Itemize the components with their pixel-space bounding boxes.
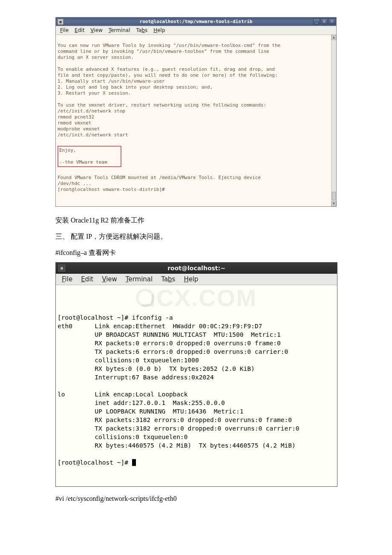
menu-file[interactable]: File xyxy=(58,27,71,34)
cursor-icon xyxy=(132,459,136,466)
terminal-text: [root@localhost ~]# ifconfig -a eth0 Lin… xyxy=(58,314,299,466)
menu-help[interactable]: Help xyxy=(180,275,202,284)
menu-edit[interactable]: Edit xyxy=(72,27,87,34)
terminal-window-vmware: ▣ root@localhost:/tmp/vmware-tools-distr… xyxy=(55,17,337,207)
minimize-button[interactable]: _ xyxy=(313,18,320,24)
terminal-output[interactable]: You can now run VMware Tools by invoking… xyxy=(56,35,336,206)
terminal-window-ifconfig: ▣ root@localhost:~ File Edit View Termin… xyxy=(55,262,337,487)
titlebar[interactable]: ▣ root@localhost:~ xyxy=(56,263,337,274)
doc-cmd-ifconfig: #ifconfig–a 查看网卡 xyxy=(55,248,337,258)
doc-heading-prep: 安装 Oracle11g R2 前准备工作 xyxy=(55,215,337,225)
menu-view[interactable]: View xyxy=(88,27,105,34)
window-title: root@localhost:~ xyxy=(56,265,337,272)
menu-terminal[interactable]: Terminal xyxy=(106,27,133,34)
menu-view[interactable]: View xyxy=(98,275,121,284)
menu-edit[interactable]: Edit xyxy=(78,275,97,284)
menu-tabs[interactable]: Tabs xyxy=(134,27,150,34)
scroll-thumb[interactable] xyxy=(332,192,336,200)
maximize-button[interactable]: ▫ xyxy=(321,18,328,24)
watermark-logo-icon xyxy=(136,289,155,307)
doc-step-ip: 三、 配置 IP，方便远程就解决问题。 xyxy=(55,231,337,242)
menu-terminal[interactable]: Terminal xyxy=(122,275,156,284)
menu-tabs[interactable]: Tabs xyxy=(158,275,179,284)
doc-cmd-vi: #vi /etc/sysconfig/network-scripts/ifcfg… xyxy=(55,494,337,504)
terminal-icon: ▣ xyxy=(58,19,63,25)
titlebar[interactable]: ▣ root@localhost:/tmp/vmware-tools-distr… xyxy=(56,17,336,26)
terminal-output[interactable]: CX.COM [root@localhost ~]# ifconfig -a e… xyxy=(56,285,337,486)
menubar: File Edit View Terminal Tabs Help xyxy=(56,26,336,35)
menu-file[interactable]: File xyxy=(58,275,76,284)
scrollbar[interactable]: ▲ ▼ xyxy=(331,35,336,206)
terminal-text-post: Found VMware Tools CDROM mounted at /med… xyxy=(58,175,261,192)
menu-help[interactable]: Help xyxy=(151,27,167,34)
highlighted-block: Enjoy, --the VMware team xyxy=(58,146,121,167)
menubar: File Edit View Terminal Tabs Help xyxy=(56,274,337,285)
scroll-up-icon[interactable]: ▲ xyxy=(331,35,336,40)
terminal-text: You can now run VMware Tools by invoking… xyxy=(58,43,280,138)
scroll-down-icon[interactable]: ▼ xyxy=(331,201,336,206)
watermark-text: CX.COM xyxy=(156,294,257,302)
watermark: CX.COM xyxy=(56,289,337,307)
close-button[interactable]: × xyxy=(329,18,335,24)
window-title: root@localhost:/tmp/vmware-tools-distrib xyxy=(56,19,336,25)
